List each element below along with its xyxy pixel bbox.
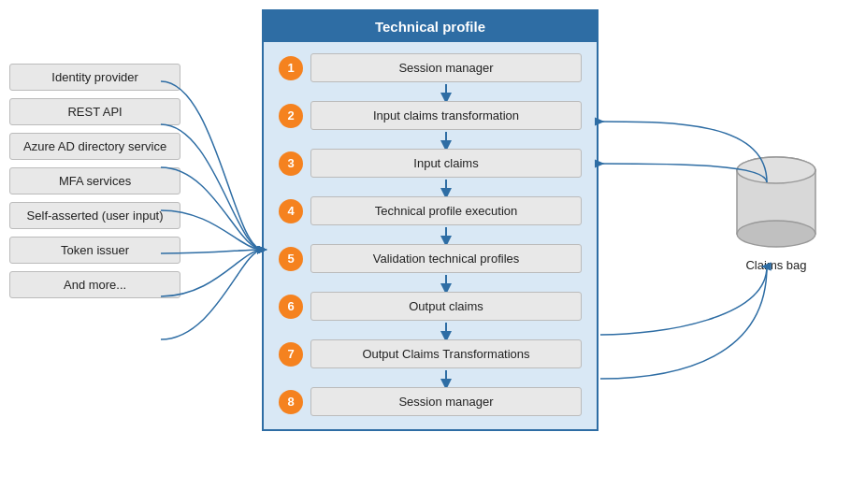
step-badge-5: 5 — [279, 247, 303, 271]
claims-bag-label: Claims bag — [745, 258, 806, 272]
left-item-azure-ad: Azure AD directory service — [9, 133, 180, 160]
arrow-5-6 — [310, 275, 582, 292]
left-item-token-issuer: Token issuer — [9, 237, 180, 264]
step-badge-7: 7 — [279, 342, 303, 367]
arrow-1-2 — [310, 84, 582, 101]
left-items-list: Identity provider REST API Azure AD dire… — [9, 64, 180, 298]
step-badge-2: 2 — [279, 104, 303, 128]
arrow-7-8 — [310, 370, 582, 387]
step-box-1: Session manager — [310, 53, 582, 82]
step-badge-4: 4 — [279, 199, 303, 223]
technical-profile-panel: Technical profile 1 Session manager 2 In… — [262, 9, 599, 431]
step-box-4: Technical profile execution — [310, 196, 582, 225]
step-box-6: Output claims — [310, 292, 582, 321]
step-row-5: 5 Validation technical profiles — [279, 244, 582, 273]
step-box-3: Input claims — [310, 149, 582, 178]
left-item-mfa: MFA services — [9, 167, 180, 194]
step-row-1: 1 Session manager — [279, 53, 582, 82]
left-item-identity-provider: Identity provider — [9, 64, 180, 91]
arrow-3-4 — [310, 180, 582, 196]
svg-point-10 — [737, 157, 815, 183]
step-badge-3: 3 — [279, 151, 303, 176]
step-badge-8: 8 — [279, 390, 303, 414]
step-badge-6: 6 — [279, 295, 303, 319]
arrow-2-3 — [310, 132, 582, 149]
step-box-5: Validation technical profiles — [310, 244, 582, 273]
step-row-4: 4 Technical profile execution — [279, 196, 582, 225]
step-row-2: 2 Input claims transformation — [279, 101, 582, 130]
cylinder-icon — [729, 150, 823, 252]
step-badge-1: 1 — [279, 56, 303, 80]
step-box-7: Output Claims Transformations — [310, 339, 582, 368]
arrow-6-7 — [310, 323, 582, 339]
claims-bag: Claims bag — [729, 150, 823, 272]
arrow-4-5 — [310, 227, 582, 244]
left-item-self-asserted: Self-asserted (user input) — [9, 202, 180, 229]
step-row-7: 7 Output Claims Transformations — [279, 339, 582, 368]
step-row-8: 8 Session manager — [279, 387, 582, 416]
left-item-rest-api: REST API — [9, 98, 180, 125]
tp-panel-header: Technical profile — [264, 11, 597, 42]
tp-panel-body: 1 Session manager 2 Input claims transfo… — [264, 42, 597, 429]
step-box-8: Session manager — [310, 387, 582, 416]
diagram: Identity provider REST API Azure AD dire… — [0, 0, 851, 504]
step-row-6: 6 Output claims — [279, 292, 582, 321]
left-item-and-more: And more... — [9, 271, 180, 298]
svg-point-9 — [737, 221, 815, 247]
step-row-3: 3 Input claims — [279, 149, 582, 178]
step-box-2: Input claims transformation — [310, 101, 582, 130]
